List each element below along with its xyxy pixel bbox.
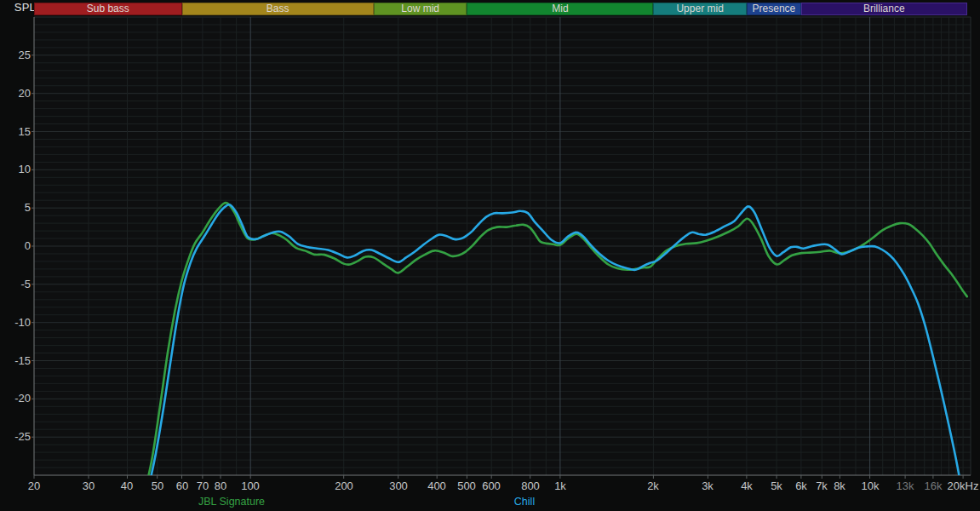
x-tick-label: 300 — [389, 479, 408, 492]
y-tick-label: -25 — [0, 430, 31, 443]
x-tick-label: 30 — [83, 479, 95, 492]
x-tick-label: 20 — [28, 479, 40, 492]
y-tick-label: -5 — [0, 278, 31, 290]
x-tick-label: 100 — [241, 479, 260, 492]
x-tick-label: 400 — [427, 479, 446, 492]
x-tick-label: 200 — [335, 479, 353, 492]
plot-area[interactable] — [0, 0, 980, 511]
frequency-response-chart: SPL Sub bassBassLow midMidUpper midPrese… — [0, 0, 980, 511]
y-tick-label: -10 — [0, 316, 31, 329]
x-tick-label: 1k — [554, 479, 566, 492]
x-tick-label: 20kHz — [948, 479, 979, 492]
x-tick-label: 800 — [521, 479, 540, 492]
x-tick-label: 50 — [152, 479, 163, 492]
x-tick-label: 13k — [897, 479, 914, 492]
x-tick-label: 500 — [457, 479, 476, 492]
y-tick-label: 0 — [0, 239, 31, 252]
y-tick-label: 25 — [0, 49, 31, 61]
y-tick-label: 10 — [0, 163, 31, 175]
legend-item-chill[interactable]: Chill — [514, 496, 535, 508]
x-tick-label: 3k — [702, 479, 714, 492]
x-tick-label: 7k — [816, 479, 828, 492]
legend-item-jbl-signature[interactable]: JBL Signature — [198, 496, 265, 508]
legend: JBL Signature Chill — [0, 496, 980, 509]
x-tick-label: 10k — [862, 479, 880, 492]
x-tick-label: 600 — [482, 479, 501, 492]
x-tick-label: 2k — [647, 479, 659, 492]
y-tick-label: 5 — [0, 201, 31, 214]
x-tick-label: 5k — [771, 479, 782, 492]
y-tick-label: 20 — [0, 87, 31, 100]
x-tick-label: 16k — [925, 479, 943, 492]
x-tick-label: 60 — [176, 479, 188, 492]
x-tick-label: 4k — [741, 479, 753, 492]
y-tick-label: -20 — [0, 392, 31, 405]
x-tick-label: 80 — [215, 479, 226, 492]
x-tick-label: 40 — [121, 479, 133, 492]
x-tick-label: 8k — [834, 479, 845, 492]
x-tick-label: 70 — [197, 479, 209, 492]
x-tick-label: 6k — [795, 479, 807, 492]
y-tick-label: -15 — [0, 354, 31, 367]
y-tick-label: 15 — [0, 125, 31, 138]
